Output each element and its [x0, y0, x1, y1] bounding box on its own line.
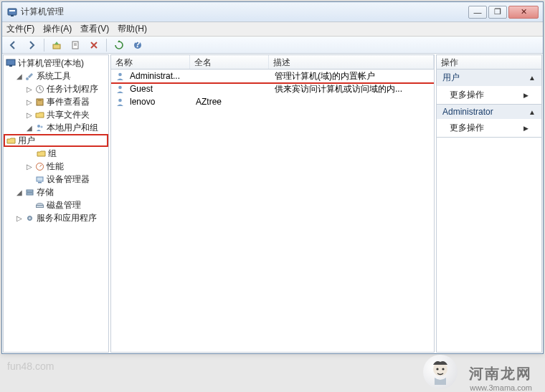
svg-rect-19: [38, 182, 42, 183]
tree-groups[interactable]: 组: [4, 147, 108, 160]
menu-view[interactable]: 查看(V): [80, 23, 109, 35]
list-header: 名称 全名 描述: [111, 55, 434, 70]
user-icon: [114, 83, 125, 95]
tree-root[interactable]: 计算机管理(本地): [4, 57, 108, 70]
wrench-icon: [24, 70, 35, 82]
svg-text:?: ?: [135, 40, 140, 49]
svg-point-16: [40, 125, 42, 128]
svg-rect-2: [11, 15, 14, 16]
action-section-users: 用户 ▲ 更多操作 ▶: [437, 70, 541, 105]
maximize-button[interactable]: ❐: [488, 6, 507, 19]
book-icon: [34, 96, 45, 107]
svg-point-25: [29, 217, 30, 219]
col-fullname[interactable]: 全名: [190, 55, 269, 69]
menubar: 文件(F) 操作(A) 查看(V) 帮助(H): [2, 22, 543, 37]
submenu-arrow-icon: ▶: [523, 92, 529, 99]
tree-performance[interactable]: ▷ 性能: [4, 160, 108, 173]
svg-point-11: [26, 77, 29, 80]
svg-point-26: [118, 72, 122, 76]
tree-shared-folders[interactable]: ▷ 共享文件夹: [4, 108, 108, 121]
tree-task-scheduler[interactable]: ▷ 任务计划程序: [4, 82, 108, 95]
svg-rect-23: [36, 205, 43, 207]
menu-help[interactable]: 帮助(H): [118, 23, 147, 35]
tree-local-users[interactable]: ◢ 本地用户和组: [4, 121, 108, 134]
toolbar-separator: [44, 39, 44, 52]
svg-rect-1: [9, 10, 15, 11]
cartoon-avatar: [423, 355, 458, 389]
svg-rect-10: [9, 65, 12, 67]
toolbar-separator: [106, 39, 107, 52]
titlebar[interactable]: 计算机管理 — ❐ ✕: [2, 2, 543, 22]
collapse-icon[interactable]: ◢: [25, 124, 34, 132]
action-title-admin[interactable]: Administrator ▲: [437, 105, 541, 119]
collapse-icon[interactable]: ◢: [15, 188, 24, 196]
action-more-admin[interactable]: 更多操作 ▶: [437, 119, 541, 137]
tree-services-apps[interactable]: ▷ 服务和应用程序: [4, 211, 108, 224]
delete-button[interactable]: [86, 38, 102, 52]
watermark-url: www.3mama.com: [470, 383, 532, 392]
close-button[interactable]: ✕: [508, 6, 539, 19]
tree-storage[interactable]: ◢ 存储: [4, 186, 108, 199]
watermark-brand: 河南龙网: [469, 364, 532, 383]
help-button[interactable]: ?: [130, 38, 146, 52]
col-desc[interactable]: 描述: [269, 55, 434, 69]
client-area: 计算机管理(本地) ◢ 系统工具 ▷ 任务计划程序 ▷ 事件查看器: [3, 54, 542, 353]
col-name[interactable]: 名称: [111, 55, 190, 69]
tree-disk-mgmt[interactable]: 磁盘管理: [4, 199, 108, 211]
up-level-button[interactable]: [49, 38, 65, 52]
action-more-users[interactable]: 更多操作 ▶: [437, 86, 541, 104]
expand-icon[interactable]: ▷: [15, 214, 24, 222]
list-row-lenovo[interactable]: lenovo AZtree: [111, 95, 434, 108]
collapse-icon[interactable]: ◢: [15, 72, 24, 80]
menu-action[interactable]: 操作(A): [43, 23, 72, 35]
watermark-fun48: fun48.com: [7, 360, 54, 372]
computer-icon: [5, 57, 16, 69]
nav-back-button[interactable]: [5, 38, 21, 52]
svg-rect-18: [37, 177, 43, 181]
tree-system-tools[interactable]: ◢ 系统工具: [4, 70, 108, 82]
nav-forward-button[interactable]: [24, 38, 39, 52]
expand-icon[interactable]: ▷: [25, 163, 34, 171]
list-row-administrator[interactable]: Administrat... 管理计算机(域)的内置帐户: [111, 70, 434, 82]
svg-rect-3: [53, 44, 60, 49]
tree-device-manager[interactable]: 设备管理器: [4, 173, 108, 186]
clock-icon: [34, 83, 45, 95]
gauge-icon: [34, 161, 45, 172]
user-icon: [114, 96, 125, 107]
expand-icon[interactable]: ▷: [25, 111, 34, 119]
tree-event-viewer[interactable]: ▷ 事件查看器: [4, 95, 108, 108]
tree-pane: 计算机管理(本地) ◢ 系统工具 ▷ 任务计划程序 ▷ 事件查看器: [3, 54, 109, 353]
gear-icon: [24, 212, 35, 224]
app-icon: [6, 6, 18, 18]
properties-button[interactable]: [67, 38, 83, 52]
list-row-guest[interactable]: Guest 供来宾访问计算机或访问域的内...: [111, 82, 434, 95]
menu-file[interactable]: 文件(F): [6, 23, 34, 35]
storage-icon: [24, 186, 35, 198]
toolbar: ?: [2, 37, 543, 54]
action-header: 操作: [437, 55, 541, 70]
folder-icon: [5, 135, 16, 146]
device-icon: [34, 173, 45, 185]
action-pane: 操作 用户 ▲ 更多操作 ▶ Administrator ▲ 更多操作: [436, 54, 542, 353]
collapse-arrow-icon: ▲: [529, 74, 536, 82]
tree-users[interactable]: 用户: [4, 134, 108, 147]
users-icon: [34, 122, 45, 133]
svg-rect-13: [37, 99, 43, 105]
svg-rect-9: [6, 59, 15, 65]
action-section-admin: Administrator ▲ 更多操作 ▶: [437, 105, 541, 138]
expand-icon[interactable]: ▷: [25, 98, 34, 106]
action-title-users[interactable]: 用户 ▲: [437, 70, 541, 86]
window-title: 计算机管理: [21, 6, 468, 18]
app-window: 计算机管理 — ❐ ✕ 文件(F) 操作(A) 查看(V) 帮助(H) ? 计算…: [1, 1, 544, 354]
submenu-arrow-icon: ▶: [523, 125, 529, 132]
svg-rect-0: [8, 9, 16, 15]
folder-icon: [35, 148, 47, 159]
svg-point-15: [37, 125, 40, 128]
svg-point-30: [436, 368, 438, 370]
minimize-button[interactable]: —: [468, 6, 487, 19]
shared-folder-icon: [34, 109, 45, 120]
refresh-button[interactable]: [111, 38, 127, 52]
expand-icon[interactable]: ▷: [25, 85, 34, 93]
window-controls: — ❐ ✕: [468, 6, 539, 19]
svg-point-28: [118, 98, 122, 102]
